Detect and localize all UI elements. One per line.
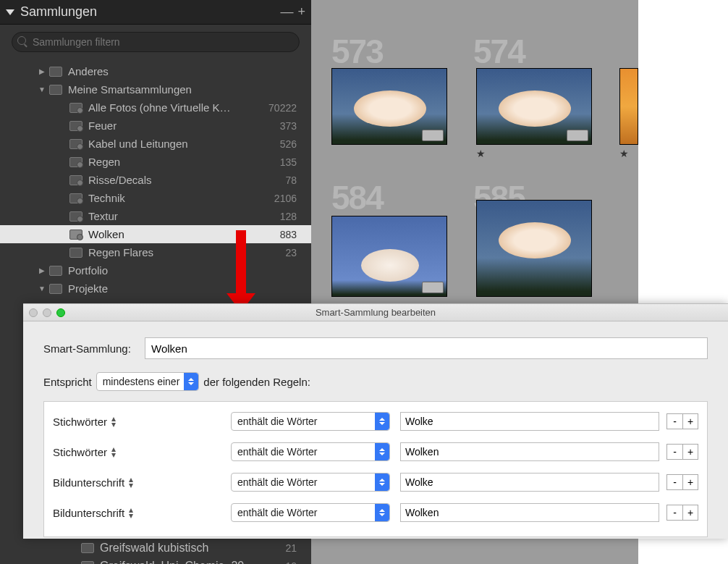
collection-label: Regen Flares: [88, 246, 285, 258]
collection-row[interactable]: Regen Flares23: [0, 243, 311, 261]
collection-count: 10: [285, 560, 297, 565]
collection-row[interactable]: Greifswald kubistisch21: [0, 539, 311, 557]
collection-label: Greifswald_Uni_Chemie_20…: [100, 560, 285, 565]
search-input[interactable]: [12, 32, 300, 52]
remove-rule-button[interactable]: -: [666, 505, 682, 521]
rule-value-input[interactable]: [400, 503, 659, 522]
match-post-label: der folgenden Regeln:: [203, 376, 310, 388]
dialog-titlebar[interactable]: Smart-Sammlung bearbeiten: [23, 304, 728, 321]
smart-collection-icon: [69, 230, 82, 240]
sort-icon: ▴▾: [111, 446, 116, 458]
sort-icon: ▴▾: [129, 476, 133, 488]
disclosure-triangle-icon[interactable]: [38, 85, 46, 93]
collection-row[interactable]: Regen135: [0, 153, 311, 171]
rule-operator-select[interactable]: enthält die Wörter: [231, 503, 390, 522]
smart-collection-icon: [69, 211, 82, 222]
collection-row[interactable]: Feuer373: [0, 117, 311, 135]
cell-index: 584: [331, 178, 383, 217]
collection-label: Portfolio: [68, 264, 297, 277]
collection-row[interactable]: Anderes: [0, 62, 311, 80]
collection-count: 2106: [274, 193, 297, 204]
collection-label: Textur: [88, 210, 280, 222]
rule-row: Bildunterschrift▴▾enthält die Wörter-+: [53, 473, 698, 492]
rule-value-input[interactable]: [400, 442, 659, 461]
select-arrows-icon: [375, 473, 389, 491]
collection-label: Regen: [88, 156, 280, 168]
collection-icon: [69, 248, 82, 258]
smart-collection-icon: [69, 157, 82, 167]
remove-rule-button[interactable]: -: [666, 413, 682, 429]
collection-label: Risse/Decals: [88, 174, 285, 186]
remove-rule-button[interactable]: -: [666, 444, 682, 460]
rule-field-select[interactable]: Bildunterschrift▴▾: [53, 476, 231, 489]
thumbnail[interactable]: [476, 68, 592, 145]
collection-row[interactable]: Alle Fotos (ohne Virtuelle K…70222: [0, 98, 311, 117]
add-collection-button[interactable]: +: [297, 4, 305, 20]
select-arrows-icon: [184, 373, 198, 390]
collection-row[interactable]: Projekte: [0, 279, 311, 298]
collection-count: 883: [280, 229, 297, 240]
cell-index: 574: [473, 32, 525, 71]
collection-row[interactable]: Textur128: [0, 207, 311, 225]
remove-rule-button[interactable]: -: [666, 474, 682, 490]
search-wrap: [0, 25, 311, 59]
select-arrows-icon: [375, 504, 389, 521]
add-rule-button[interactable]: +: [682, 474, 698, 490]
collection-label: Technik: [88, 192, 274, 204]
collection-label: Meine Smartsammlungen: [68, 83, 297, 96]
rule-value-input[interactable]: [400, 473, 659, 492]
collection-label: Feuer: [88, 119, 280, 132]
panel-title: Sammlungen: [20, 4, 276, 20]
select-arrows-icon: [375, 413, 389, 430]
smart-collection-icon: [69, 121, 82, 131]
thumbnail[interactable]: [619, 68, 638, 145]
collection-row[interactable]: Risse/Decals78: [0, 171, 311, 189]
rule-field-select[interactable]: Stichwörter▴▾: [53, 446, 231, 458]
collection-row[interactable]: Wolken883: [0, 225, 311, 243]
rule-operator-select[interactable]: enthält die Wörter: [231, 442, 390, 461]
star-icon[interactable]: ★: [476, 148, 486, 159]
collection-count: 70222: [268, 102, 297, 114]
disclosure-triangle-icon[interactable]: [38, 285, 46, 292]
name-label: Smart-Sammlung:: [43, 342, 145, 355]
dialog-title: Smart-Sammlung bearbeiten: [23, 307, 728, 318]
rule-field-select[interactable]: Bildunterschrift▴▾: [53, 507, 231, 519]
add-rule-button[interactable]: +: [682, 505, 698, 521]
collection-icon: [81, 543, 94, 553]
rule-operator-select[interactable]: enthält die Wörter: [231, 473, 390, 492]
rule-operator-select[interactable]: enthält die Wörter: [231, 412, 390, 431]
cell-index: 573: [331, 32, 383, 71]
collection-label: Alle Fotos (ohne Virtuelle K…: [88, 101, 268, 114]
thumbnail[interactable]: [476, 200, 592, 297]
collection-name-input[interactable]: [145, 337, 708, 359]
collection-row[interactable]: Greifswald_Uni_Chemie_20…10: [0, 557, 311, 564]
star-icon[interactable]: ★: [619, 148, 629, 159]
collection-label: Greifswald kubistisch: [100, 542, 285, 555]
collection-label: Projekte: [68, 282, 297, 295]
collection-row[interactable]: Portfolio: [0, 261, 311, 279]
collection-row[interactable]: Kabel und Leitungen526: [0, 135, 311, 153]
collection-count: 135: [280, 156, 297, 168]
thumbnail[interactable]: [331, 68, 447, 145]
collection-count: 21: [285, 542, 297, 554]
add-rule-button[interactable]: +: [682, 413, 698, 429]
collection-row[interactable]: Technik2106: [0, 189, 311, 207]
collection-row[interactable]: Meine Smartsammlungen: [0, 80, 311, 98]
rule-value-input[interactable]: [400, 412, 659, 431]
panel-header[interactable]: Sammlungen — +: [0, 0, 311, 25]
select-arrows-icon: [375, 443, 389, 460]
thumbnail[interactable]: [331, 216, 447, 297]
badge-icon: [567, 130, 588, 141]
rule-row: Stichwörter▴▾enthält die Wörter-+: [53, 412, 698, 431]
badge-icon: [422, 282, 444, 293]
collection-icon: [49, 67, 62, 77]
collection-label: Kabel und Leitungen: [88, 138, 280, 150]
match-select[interactable]: mindestens einer: [96, 372, 200, 391]
disclosure-triangle-icon[interactable]: [38, 266, 46, 274]
rule-field-select[interactable]: Stichwörter▴▾: [53, 416, 231, 428]
minimize-button[interactable]: —: [280, 4, 293, 20]
sort-icon: ▴▾: [129, 507, 133, 518]
annotation-arrow: [236, 230, 246, 297]
disclosure-triangle-icon[interactable]: [38, 67, 46, 75]
add-rule-button[interactable]: +: [682, 444, 698, 460]
